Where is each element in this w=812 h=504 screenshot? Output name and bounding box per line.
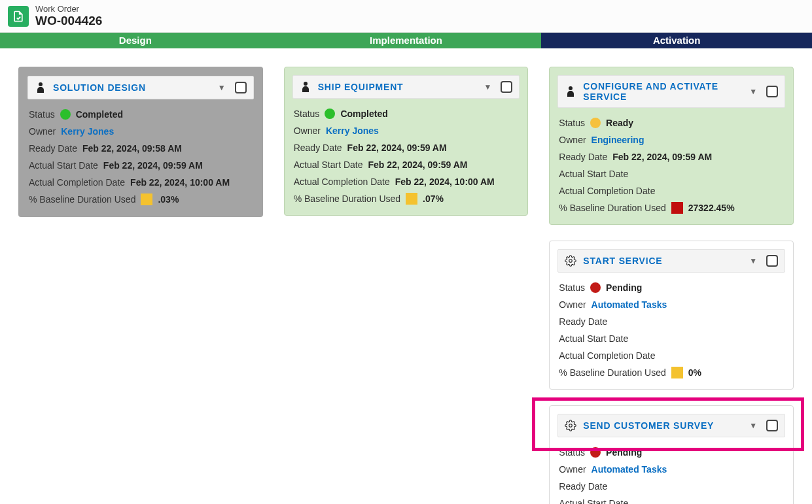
svg-point-0 — [39, 82, 43, 86]
card-send-customer-survey: SEND CUSTOMER SURVEY ▼ StatusPending Own… — [549, 405, 794, 504]
card-checkbox[interactable] — [235, 82, 247, 93]
owner-row: Owner Kerry Jones — [29, 124, 253, 139]
owner-link[interactable]: Automated Tasks — [591, 462, 667, 477]
owner-link[interactable]: Automated Tasks — [591, 297, 667, 312]
card-title[interactable]: SOLUTION DESIGN — [53, 82, 209, 93]
duration-swatch — [141, 193, 152, 205]
duration-swatch — [671, 367, 683, 378]
duration-swatch — [406, 193, 417, 205]
card-title[interactable]: SHIP EQUIPMENT — [318, 82, 475, 92]
phase-bar: Design Implementation Activation — [0, 33, 812, 48]
status-dot — [590, 282, 601, 293]
card-title[interactable]: START SERVICE — [583, 256, 740, 266]
svg-point-4 — [569, 424, 573, 428]
record-type-label: Work Order — [35, 4, 102, 14]
card-body: StatusReady OwnerEngineering Ready DateF… — [550, 113, 793, 224]
svg-point-1 — [304, 82, 308, 86]
chevron-down-icon[interactable]: ▼ — [215, 82, 228, 93]
svg-point-3 — [569, 260, 573, 263]
duration-swatch — [671, 202, 683, 214]
chevron-down-icon[interactable]: ▼ — [747, 255, 760, 267]
header-text: Work Order WO-004426 — [35, 4, 102, 28]
card-solution-design: SOLUTION DESIGN ▼ Status Completed Owner… — [18, 67, 263, 217]
actual-start-row: Actual Start Date Feb 22, 2024, 09:59 AM — [29, 158, 253, 173]
status-row: Status Completed — [29, 107, 253, 122]
record-id: WO-004426 — [35, 14, 102, 28]
card-title[interactable]: SEND CUSTOMER SURVEY — [583, 420, 740, 431]
record-type-icon — [8, 6, 29, 27]
columns-container: SOLUTION DESIGN ▼ Status Completed Owner… — [0, 48, 812, 504]
gear-icon — [565, 420, 576, 431]
page-header: Work Order WO-004426 — [0, 0, 812, 33]
col-design: SOLUTION DESIGN ▼ Status Completed Owner… — [18, 67, 263, 217]
card-start-service: START SERVICE ▼ StatusPending OwnerAutom… — [549, 241, 794, 390]
col-activation: CONFIGURE AND ACTIVATE SERVICE ▼ StatusR… — [549, 67, 794, 504]
col-implementation: SHIP EQUIPMENT ▼ StatusCompleted OwnerKe… — [284, 67, 529, 216]
actual-completion-row: Actual Completion Date Feb 22, 2024, 10:… — [29, 175, 253, 190]
card-checkbox[interactable] — [766, 86, 778, 97]
phase-activation[interactable]: Activation — [541, 33, 812, 48]
status-dot — [590, 447, 601, 458]
phase-implementation[interactable]: Implementation — [271, 33, 542, 48]
status-dot — [590, 118, 601, 128]
status-dot — [325, 109, 335, 119]
pct-baseline-row: % Baseline Duration Used .03% — [29, 192, 253, 207]
gear-icon — [565, 255, 576, 267]
ready-date-row: Ready Date Feb 22, 2024, 09:58 AM — [29, 141, 253, 156]
card-ship-equipment: SHIP EQUIPMENT ▼ StatusCompleted OwnerKe… — [284, 67, 529, 216]
person-icon — [35, 82, 46, 93]
chevron-down-icon[interactable]: ▼ — [747, 420, 760, 431]
phase-design[interactable]: Design — [0, 33, 271, 48]
card-body: StatusPending OwnerAutomated Tasks Ready… — [550, 443, 793, 504]
card-body: StatusCompleted OwnerKerry Jones Ready D… — [285, 104, 528, 215]
card-body: StatusPending OwnerAutomated Tasks Ready… — [550, 278, 793, 389]
card-body: Status Completed Owner Kerry Jones Ready… — [20, 105, 262, 216]
chevron-down-icon[interactable]: ▼ — [747, 86, 760, 97]
card-header: CONFIGURE AND ACTIVATE SERVICE ▼ — [557, 75, 785, 108]
card-configure-activate: CONFIGURE AND ACTIVATE SERVICE ▼ StatusR… — [549, 67, 794, 225]
owner-link[interactable]: Kerry Jones — [61, 124, 114, 139]
card-header: SOLUTION DESIGN ▼ — [27, 76, 254, 99]
owner-link[interactable]: Kerry Jones — [326, 124, 379, 138]
svg-point-2 — [569, 86, 573, 90]
person-icon — [300, 82, 311, 92]
person-icon — [565, 86, 576, 97]
card-checkbox[interactable] — [766, 420, 778, 431]
card-checkbox[interactable] — [766, 255, 778, 267]
card-header: START SERVICE ▼ — [557, 249, 785, 273]
status-dot — [60, 109, 71, 120]
card-header: SHIP EQUIPMENT ▼ — [292, 75, 520, 99]
chevron-down-icon[interactable]: ▼ — [481, 81, 494, 93]
card-title[interactable]: CONFIGURE AND ACTIVATE SERVICE — [583, 81, 740, 102]
card-header: SEND CUSTOMER SURVEY ▼ — [557, 414, 785, 437]
card-checkbox[interactable] — [501, 81, 512, 93]
owner-link[interactable]: Engineering — [591, 133, 644, 147]
